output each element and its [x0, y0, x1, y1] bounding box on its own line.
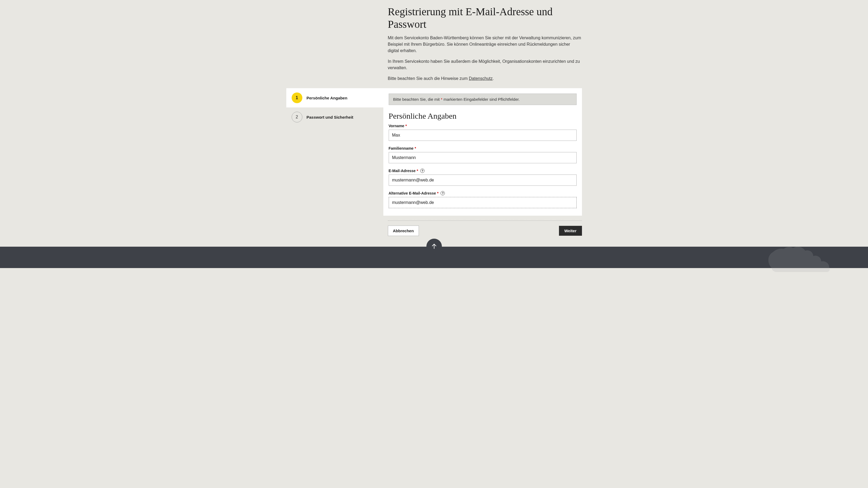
- label-text: Alternative E-Mail-Adresse: [389, 191, 436, 195]
- intro-paragraph-3: Bitte beachten Sie auch die Hinweise zum…: [388, 75, 582, 82]
- intro-paragraph-2: In Ihrem Servicekonto haben Sie außerdem…: [388, 58, 582, 71]
- arrow-up-icon: [431, 243, 438, 250]
- label-vorname: Vorname*: [389, 124, 577, 128]
- field-vorname: Vorname*: [389, 124, 577, 141]
- intro-section: Mit dem Servicekonto Baden-Württemberg k…: [286, 35, 582, 82]
- step-label: Passwort und Sicherheit: [307, 115, 353, 120]
- label-text: Familienname: [389, 146, 413, 151]
- intro3-suffix: .: [493, 76, 494, 81]
- next-button[interactable]: Weiter: [559, 226, 582, 236]
- email-input[interactable]: [389, 174, 577, 186]
- section-title: Persönliche Angaben: [389, 111, 577, 121]
- field-familienname: Familienname*: [389, 146, 577, 163]
- vorname-input[interactable]: [389, 130, 577, 141]
- label-alt-email: Alternative E-Mail-Adresse* ?: [389, 191, 577, 195]
- field-email: E-Mail-Adresse* ?: [389, 169, 577, 186]
- label-familienname: Familienname*: [389, 146, 577, 151]
- actions-bar: Abbrechen Weiter: [286, 216, 582, 236]
- label-email: E-Mail-Adresse* ?: [389, 169, 577, 173]
- label-text: E-Mail-Adresse: [389, 169, 416, 173]
- step-number: 2: [292, 112, 302, 122]
- required-asterisk: *: [437, 191, 438, 195]
- help-icon[interactable]: ?: [420, 169, 425, 173]
- notice-prefix: Bitte beachten Sie, die mit: [393, 97, 441, 102]
- intro-paragraph-1: Mit dem Servicekonto Baden-Württemberg k…: [388, 35, 582, 54]
- alt-email-input[interactable]: [389, 197, 577, 208]
- lion-decoration-icon: [761, 241, 836, 273]
- cancel-button[interactable]: Abbrechen: [388, 226, 419, 236]
- help-icon[interactable]: ?: [440, 191, 445, 195]
- intro3-prefix: Bitte beachten Sie auch die Hinweise zum: [388, 76, 469, 81]
- required-asterisk: *: [405, 124, 407, 128]
- scroll-to-top-button[interactable]: [426, 239, 442, 254]
- label-text: Vorname: [389, 124, 404, 128]
- required-asterisk: *: [417, 169, 418, 173]
- privacy-link[interactable]: Datenschutz: [469, 76, 493, 81]
- step-item-password-security[interactable]: 2 Passwort und Sicherheit: [286, 107, 383, 127]
- footer: [0, 247, 868, 268]
- notice-suffix: markierten Eingabefelder sind Pflichtfel…: [442, 97, 520, 102]
- step-item-personal-info[interactable]: 1 Persönliche Angaben: [286, 88, 383, 107]
- step-number: 1: [292, 93, 302, 103]
- required-asterisk: *: [414, 146, 416, 151]
- field-alt-email: Alternative E-Mail-Adresse* ?: [389, 191, 577, 208]
- familienname-input[interactable]: [389, 152, 577, 163]
- required-fields-notice: Bitte beachten Sie, die mit * markierten…: [389, 94, 577, 105]
- step-label: Persönliche Angaben: [307, 96, 347, 100]
- step-sidebar: 1 Persönliche Angaben 2 Passwort und Sic…: [286, 88, 383, 216]
- form-panel: Bitte beachten Sie, die mit * markierten…: [383, 88, 582, 216]
- page-title: Registrierung mit E-Mail-Adresse und Pas…: [286, 5, 582, 30]
